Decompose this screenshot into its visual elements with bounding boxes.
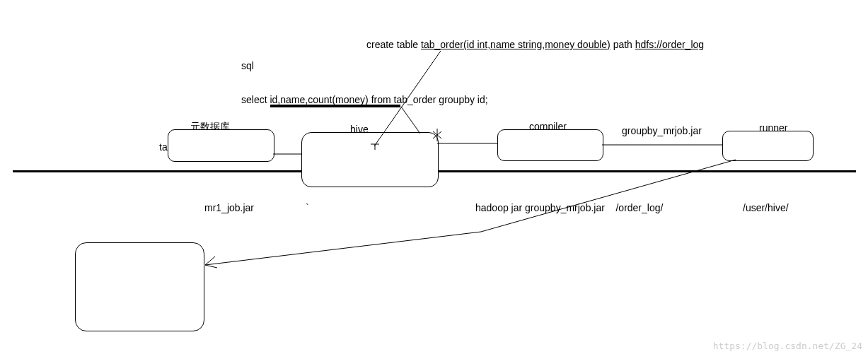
svg-line-0 bbox=[374, 51, 441, 146]
svg-line-9 bbox=[205, 232, 481, 265]
svg-line-8 bbox=[481, 160, 736, 232]
diagram-lines bbox=[0, 0, 868, 354]
svg-line-11 bbox=[205, 265, 217, 268]
svg-line-1 bbox=[401, 107, 420, 134]
